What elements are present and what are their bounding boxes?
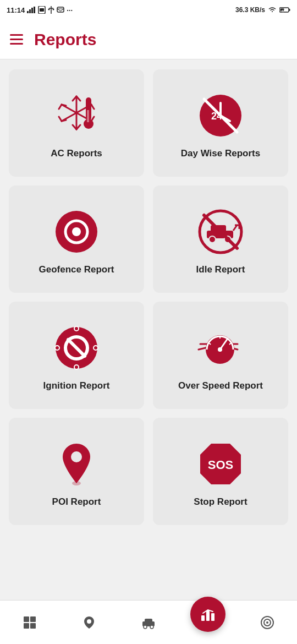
- ignition-report-label: Ignition Report: [43, 380, 110, 391]
- svg-point-76: [87, 619, 91, 624]
- location-icon: [81, 615, 97, 630]
- svg-point-79: [144, 625, 147, 629]
- svg-rect-3: [34, 7, 35, 13]
- daywise-icon: 24: [196, 91, 245, 140]
- svg-point-41: [72, 227, 81, 236]
- chart-icon: [199, 605, 217, 623]
- card-idle-report[interactable]: Idle Report: [153, 185, 288, 293]
- battery-icon: 47: [279, 7, 290, 13]
- stop-report-label: Stop Report: [194, 496, 247, 507]
- svg-text:47: 47: [281, 9, 285, 13]
- svg-rect-81: [201, 615, 205, 621]
- car-icon: [141, 615, 156, 630]
- svg-rect-33: [87, 110, 89, 122]
- nav-reports-fab[interactable]: [178, 613, 238, 632]
- svg-rect-14: [289, 9, 290, 11]
- card-ignition-report[interactable]: Ignition Report: [9, 302, 144, 409]
- ignition-icon: [52, 323, 101, 373]
- card-over-speed-report[interactable]: Over Speed Report: [153, 302, 288, 409]
- idle-icon: [196, 207, 245, 256]
- ac-icon: [52, 91, 101, 140]
- svg-point-54: [74, 326, 79, 331]
- card-geofence-report[interactable]: Geofence Report: [9, 185, 144, 293]
- nav-home[interactable]: [0, 615, 59, 630]
- idle-report-label: Idle Report: [196, 264, 245, 275]
- nav-car[interactable]: [119, 615, 178, 630]
- bottom-nav: [0, 600, 297, 644]
- svg-rect-5: [40, 8, 44, 12]
- status-bar: 11:14 ··· 36.3 KB/s: [0, 0, 297, 20]
- home-icon: [22, 615, 37, 630]
- status-left: 11:14 ···: [7, 6, 73, 14]
- svg-point-57: [94, 346, 98, 350]
- svg-rect-83: [211, 613, 215, 621]
- svg-line-30: [62, 120, 66, 121]
- status-right: 36.3 KB/s 47: [235, 6, 290, 14]
- svg-point-55: [74, 365, 79, 369]
- network-speed: 36.3 KB/s: [235, 6, 265, 14]
- header: Reports: [0, 20, 297, 59]
- svg-line-24: [62, 105, 66, 106]
- ac-reports-label: AC Reports: [51, 148, 102, 159]
- svg-point-45: [209, 236, 216, 243]
- svg-point-86: [266, 621, 268, 624]
- svg-rect-75: [30, 623, 36, 629]
- target-icon: [260, 615, 275, 630]
- svg-rect-74: [24, 623, 29, 629]
- day-wise-reports-label: Day Wise Reports: [181, 148, 260, 159]
- overspeed-icon: [196, 323, 245, 373]
- svg-rect-1: [29, 9, 31, 13]
- fab-button[interactable]: [190, 597, 226, 632]
- hamburger-menu[interactable]: [10, 34, 23, 45]
- card-poi-report[interactable]: POI Report: [9, 418, 144, 525]
- card-ac-reports[interactable]: AC Reports: [9, 69, 144, 177]
- svg-point-64: [218, 347, 222, 352]
- svg-point-68: [71, 451, 82, 462]
- svg-rect-0: [27, 11, 29, 13]
- poi-report-label: POI Report: [52, 496, 101, 507]
- geofence-icon: [52, 207, 101, 256]
- svg-rect-2: [31, 8, 33, 13]
- card-stop-report[interactable]: SOS Stop Report: [153, 418, 288, 525]
- svg-point-8: [48, 9, 50, 10]
- page-title: Reports: [34, 30, 96, 49]
- svg-rect-78: [145, 619, 152, 623]
- svg-text:SOS: SOS: [208, 458, 233, 472]
- nav-target[interactable]: [238, 615, 297, 630]
- svg-rect-73: [30, 616, 36, 622]
- signal-icon: [27, 7, 36, 13]
- poi-icon: [52, 439, 101, 489]
- svg-rect-72: [24, 616, 29, 622]
- reports-grid: AC Reports 24 Day Wise Reports Geof: [0, 59, 297, 535]
- svg-point-56: [55, 346, 59, 350]
- message-icon: [57, 6, 64, 14]
- sos-icon: SOS: [196, 439, 245, 489]
- dots: ···: [67, 6, 73, 14]
- card-day-wise-reports[interactable]: 24 Day Wise Reports: [153, 69, 288, 177]
- geofence-report-label: Geofence Report: [39, 264, 114, 275]
- svg-point-9: [53, 9, 54, 10]
- usb-icon: [48, 6, 54, 14]
- svg-rect-82: [206, 611, 210, 621]
- nav-location[interactable]: [59, 615, 119, 630]
- wifi-icon: [268, 7, 277, 13]
- svg-point-80: [150, 625, 153, 629]
- time: 11:14: [7, 6, 25, 14]
- over-speed-report-label: Over Speed Report: [178, 380, 263, 391]
- svg-point-69: [72, 481, 81, 485]
- sim-icon: [38, 6, 46, 14]
